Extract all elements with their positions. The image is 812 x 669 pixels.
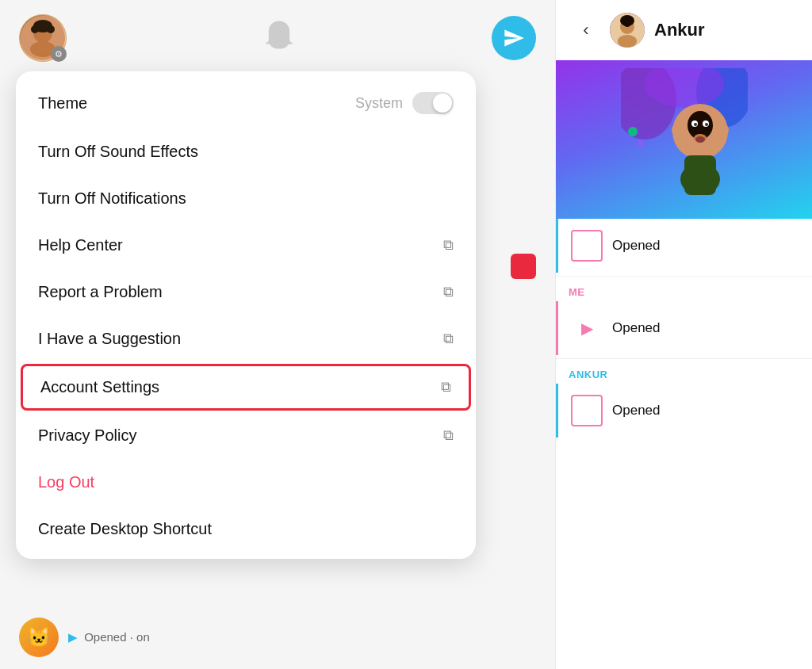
right-top-bar: ‹ Ankur [556,0,812,60]
svg-point-26 [680,163,720,195]
bitmoji-banner [556,60,812,219]
timeline-item-3: Opened [556,384,812,438]
left-panel: ⚙ Theme System Turn Off Sou [0,0,555,669]
svg-point-24 [672,124,684,136]
user-avatar[interactable]: ⚙ [19,14,67,62]
external-link-icon-4: ⧉ [441,379,451,396]
svg-point-15 [638,140,644,147]
svg-point-27 [695,136,705,143]
svg-point-10 [624,21,630,27]
status-opened-2: Opened [612,320,661,336]
menu-item-sound[interactable]: Turn Off Sound Effects [16,128,476,175]
back-button[interactable]: ‹ [572,16,600,44]
menu-item-help[interactable]: Help Center ⧉ [16,222,476,269]
right-panel: ‹ Ankur [555,0,812,669]
menu-item-account-settings[interactable]: Account Settings ⧉ [21,364,471,411]
opened-box-icon-2 [571,395,603,426]
recording-indicator [511,254,536,279]
svg-point-4 [31,25,39,33]
menu-item-shortcut[interactable]: Create Desktop Shortcut [16,506,476,552]
external-link-icon: ⧉ [443,237,454,254]
menu-item-privacy[interactable]: Privacy Policy ⧉ [16,412,476,459]
gear-badge: ⚙ [51,46,67,62]
menu-item-notifications[interactable]: Turn Off Notifications [16,175,476,222]
timeline-item-1: Opened [556,219,812,273]
right-user-avatar [610,13,645,48]
external-link-icon-3: ⧉ [443,331,454,347]
svg-point-25 [716,124,729,136]
svg-point-8 [618,35,637,48]
arrow-icon: ▶ [68,630,78,644]
status-opened-1: Opened [612,238,661,254]
external-link-icon-5: ⧉ [443,427,454,444]
send-button[interactable] [492,16,536,60]
toggle-knob [433,94,452,113]
theme-toggle[interactable] [412,92,454,114]
bottom-status-text: ▶ Opened · on [68,630,150,644]
timeline-item-2: ▶ Opened [556,301,812,355]
menu-item-logout[interactable]: Log Out [16,459,476,506]
right-user-name: Ankur [654,20,705,40]
section-ankur: ANKUR [556,362,812,384]
svg-point-21 [705,123,708,126]
menu-item-theme[interactable]: Theme System [16,78,476,128]
dropdown-menu: Theme System Turn Off Sound Effects Turn… [16,71,476,559]
opened-arrow-icon: ▶ [571,312,603,344]
chat-timeline: Opened ME ▶ Opened ANKUR Opened [556,219,812,669]
svg-point-20 [694,123,697,126]
top-bar: ⚙ [0,0,555,76]
bottom-avatar: 🐱 [19,617,59,657]
svg-point-5 [47,25,55,33]
divider-2 [556,358,812,359]
external-link-icon-2: ⧉ [443,284,454,300]
svg-point-14 [628,127,638,136]
opened-box-icon-1 [571,230,603,262]
divider-1 [556,276,812,277]
bottom-strip: 🐱 ▶ Opened · on [0,606,555,669]
menu-item-suggestion[interactable]: I Have a Suggestion ⧉ [16,315,476,362]
snapchat-ghost-icon [262,17,297,59]
bitmoji-art [556,60,812,219]
section-me: ME [556,280,812,301]
status-opened-3: Opened [612,403,661,419]
menu-item-report[interactable]: Report a Problem ⧉ [16,269,476,315]
